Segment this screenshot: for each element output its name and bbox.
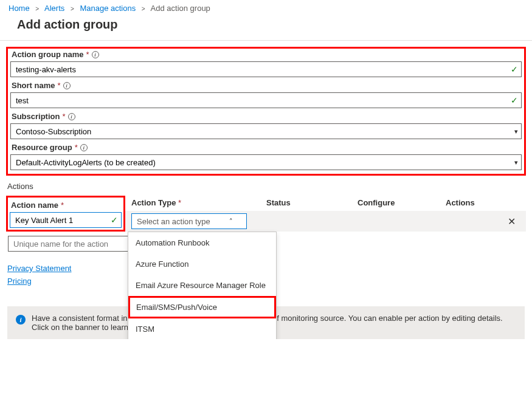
col-status: Status xyxy=(266,198,358,207)
actions-table: Action name* ✓ Action Type * Status Conf… xyxy=(6,193,526,254)
subscription-label: Subscription* i xyxy=(10,112,522,121)
info-icon[interactable]: i xyxy=(63,82,71,89)
actions-heading: Actions xyxy=(6,178,526,193)
action-group-name-label: Action group name* i xyxy=(10,50,522,59)
action-type-dropdown: Automation Runbook Azure Function Email … xyxy=(128,232,277,339)
info-icon: i xyxy=(16,315,26,325)
col-action-type: Action Type * xyxy=(131,198,266,207)
info-icon[interactable]: i xyxy=(68,113,75,120)
highlight-top-form: Action group name* i ✓ Short name* i ✓ S… xyxy=(6,47,526,176)
action-group-name-input[interactable] xyxy=(10,61,522,77)
resource-group-select[interactable]: Default-ActivityLogAlerts (to be created… xyxy=(10,154,522,170)
action-name-input[interactable] xyxy=(10,212,122,228)
page-title: Add action group xyxy=(0,14,532,40)
col-action-name: Action name xyxy=(11,201,58,210)
breadcrumb-current: Add action group xyxy=(151,4,210,13)
col-actions: Actions xyxy=(446,198,523,207)
chevron-up-icon: ˄ xyxy=(229,218,233,225)
col-configure: Configure xyxy=(358,198,446,207)
short-name-label: Short name* i xyxy=(10,81,522,90)
resource-group-label: Resource group* i xyxy=(10,143,522,152)
highlight-action-name: Action name* ✓ xyxy=(6,196,125,232)
delete-action-icon[interactable]: ✕ xyxy=(499,216,523,227)
action-type-select[interactable]: Select an action type ˄ xyxy=(131,213,247,229)
dropdown-item-azure-function[interactable]: Azure Function xyxy=(128,253,276,275)
dropdown-item-itsm[interactable]: ITSM xyxy=(128,318,276,339)
breadcrumb-home[interactable]: Home xyxy=(9,4,30,13)
info-icon[interactable]: i xyxy=(92,51,99,58)
breadcrumb: Home > Alerts > Manage actions > Add act… xyxy=(0,0,532,14)
chevron-right-icon: > xyxy=(142,5,145,12)
breadcrumb-alerts[interactable]: Alerts xyxy=(44,4,64,13)
subscription-select[interactable]: Contoso-Subscription xyxy=(10,123,522,139)
short-name-input[interactable] xyxy=(10,92,522,108)
dropdown-item-automation-runbook[interactable]: Automation Runbook xyxy=(128,232,276,253)
breadcrumb-manage-actions[interactable]: Manage actions xyxy=(80,4,136,13)
info-icon[interactable]: i xyxy=(80,144,88,151)
dropdown-item-email-sms-push-voice[interactable]: Email/SMS/Push/Voice xyxy=(128,296,276,318)
chevron-right-icon: > xyxy=(35,5,39,12)
action-row: Select an action type ˄ Automation Runbo… xyxy=(125,211,526,232)
dropdown-item-email-arm-role[interactable]: Email Azure Resource Manager Role xyxy=(128,275,276,296)
chevron-right-icon: > xyxy=(71,5,74,12)
action-name-input-empty[interactable] xyxy=(8,236,144,252)
